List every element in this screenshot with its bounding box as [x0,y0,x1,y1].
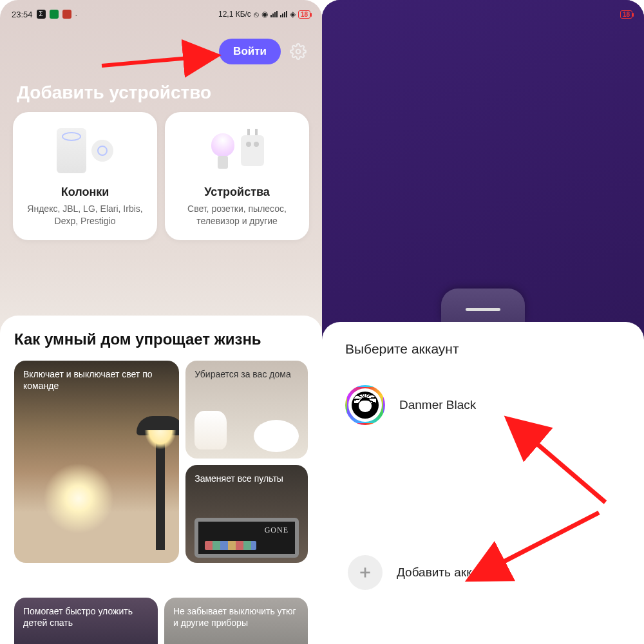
status-dot: · [75,10,78,19]
svg-point-0 [296,50,301,54]
card-title: Колонки [21,185,149,199]
status-app-icon [62,10,71,19]
signal-icon [270,11,278,17]
plus-icon [348,555,383,590]
card-title: Устройства [173,185,301,199]
volte-icon: ◉ [261,10,268,19]
speakers-illustration [21,121,149,180]
status-app-icon [50,10,59,19]
card-speakers[interactable]: Колонки Яндекс, JBL, LG, Elari, Irbis, D… [13,112,157,240]
account-name: Danmer Black [399,398,476,412]
card-devices[interactable]: Устройства Свет, розетки, пылесос, телев… [165,112,309,240]
screenshot-left: 23:54 Σ · 12,1 КБ/с ⎋ ◉ ◈ 18 Войти До [0,0,322,644]
avatar-image [352,392,379,419]
tile-light-control[interactable]: Включает и выключает свет по команде [14,361,179,563]
login-button[interactable]: Войти [219,39,281,64]
gear-icon[interactable] [290,43,307,60]
battery-icon: 18 [620,10,632,19]
info-sheet: Как умный дом упрощает жизнь Включает и … [0,316,322,644]
top-toolbar: Войти [0,28,322,71]
tile-cleaning[interactable]: Убирается за вас дома [185,361,308,459]
status-net-speed: 12,1 КБ/с [218,10,251,19]
add-account-label: Добавить аккаунт [397,565,497,580]
card-subtitle: Яндекс, JBL, LG, Elari, Irbis, Dexp, Pre… [21,203,149,227]
devices-illustration [173,121,301,180]
status-app-icon: Σ [37,10,46,19]
tile-label: Помогает быстро уложить детей спать [23,606,133,628]
tile-label: Не забывает выключить утюг и другие приб… [173,606,296,628]
sheet-title: Выберите аккаунт [345,341,621,357]
avatar [345,385,385,425]
signal-icon [280,11,287,17]
add-account-row[interactable]: Добавить аккаунт [345,545,621,600]
tile-iron[interactable]: Не забывает выключить утюг и другие приб… [164,598,308,644]
screenshot-right: 23:54 Σ · 26,2 КБ/с ⎋ ◉ ◈ 18 Выберите ак… [322,0,644,644]
wifi-icon: ◈ [290,10,296,19]
status-bar: 23:54 Σ · 12,1 КБ/с ⎋ ◉ ◈ 18 [0,0,322,28]
tile-label: Убирается за вас дома [194,369,290,379]
status-time: 23:54 [12,10,33,19]
account-row[interactable]: Danmer Black [345,375,621,435]
tile-label: Включает и выключает свет по команде [23,369,153,391]
battery-icon: 18 [298,10,310,19]
tile-label: Заменяет все пульты [194,473,283,484]
section-heading: Как умный дом упрощает жизнь [14,330,308,349]
card-subtitle: Свет, розетки, пылесос, телевизор и друг… [173,203,301,227]
bluetooth-icon: ⎋ [254,10,259,19]
tile-sleep[interactable]: Помогает быстро уложить детей спать [14,598,158,644]
tile-remotes[interactable]: Заменяет все пульты [185,465,308,563]
account-picker-sheet: Выберите аккаунт Danmer Black Добавить а… [322,322,644,644]
page-heading: Добавить устройство [0,71,322,112]
drag-handle-icon[interactable] [441,289,525,322]
